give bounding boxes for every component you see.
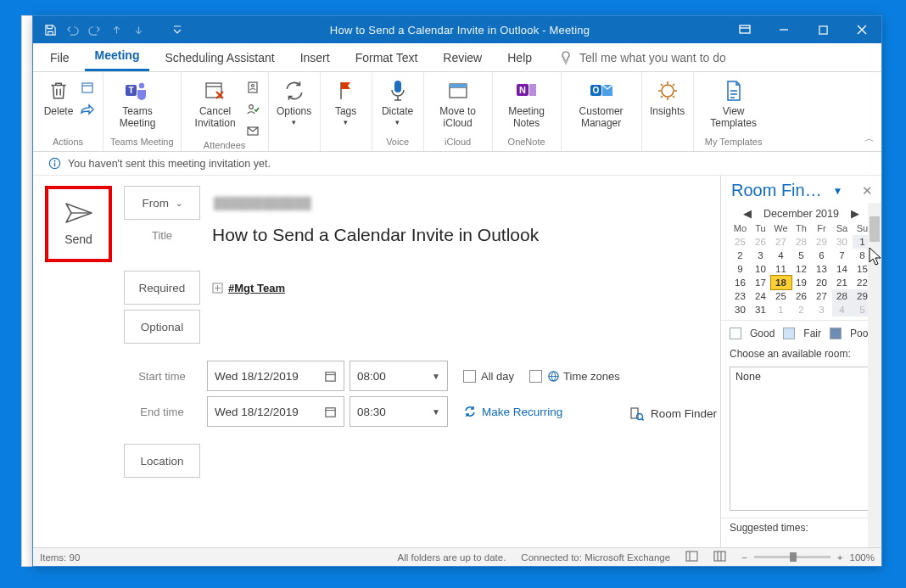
calendar-day[interactable]: 5	[791, 249, 812, 262]
pane-menu-icon[interactable]: ▼	[832, 185, 842, 197]
location-button[interactable]: Location	[124, 444, 200, 478]
tab-file[interactable]: File	[40, 46, 80, 71]
tab-meeting[interactable]: Meeting	[85, 43, 150, 71]
down-arrow-icon[interactable]	[131, 23, 145, 36]
required-value[interactable]: #Mgt Team	[228, 282, 285, 294]
expand-group-icon[interactable]	[212, 283, 223, 294]
calendar-day[interactable]: 2	[730, 249, 751, 262]
calendar-day[interactable]: 29	[812, 235, 832, 249]
mini-calendar[interactable]: MoTuWeThFrSaSu25262728293012345678910111…	[730, 221, 873, 316]
calendar-day[interactable]: 30	[832, 235, 853, 249]
undo-icon[interactable]	[65, 23, 79, 36]
available-rooms-list[interactable]: None	[730, 367, 873, 511]
calendar-day[interactable]: 4	[771, 249, 791, 262]
all-day-checkbox[interactable]: All day	[463, 370, 514, 383]
calendar-day[interactable]: 27	[771, 235, 791, 249]
qat-customize-icon[interactable]	[171, 23, 184, 36]
calendar-day[interactable]: 13	[812, 262, 832, 276]
zoom-in-icon[interactable]: +	[837, 552, 843, 563]
calendar-picker-icon[interactable]	[324, 406, 337, 418]
tell-me-search[interactable]: Tell me what you want to do	[547, 46, 736, 71]
optional-button[interactable]: Optional	[124, 310, 200, 344]
calendar-day[interactable]: 21	[832, 276, 853, 289]
time-zones-checkbox[interactable]: Time zones	[529, 370, 620, 383]
zoom-out-icon[interactable]: −	[741, 552, 747, 563]
response-options-mini-icon[interactable]	[244, 123, 261, 140]
calendar-day[interactable]: 19	[791, 276, 812, 289]
customer-manager-button[interactable]: O Customer Manager	[568, 76, 635, 132]
save-icon[interactable]	[43, 23, 57, 36]
delete-button[interactable]: Delete	[40, 76, 77, 120]
ribbon-display-options-button[interactable]	[725, 16, 764, 43]
calendar-day[interactable]: 27	[812, 289, 832, 303]
calendar-day[interactable]: 30	[730, 303, 751, 316]
calendar-day[interactable]: 4	[832, 303, 853, 316]
tab-format-text[interactable]: Format Text	[345, 46, 428, 71]
calendar-day[interactable]: 31	[751, 303, 771, 316]
tab-scheduling-assistant[interactable]: Scheduling Assistant	[154, 46, 284, 71]
calendar-day[interactable]: 1	[771, 303, 791, 316]
calendar-picker-icon[interactable]	[324, 370, 337, 383]
address-book-mini-icon[interactable]	[244, 79, 261, 96]
view-reading-icon[interactable]	[713, 551, 726, 563]
calendar-day[interactable]: 7	[832, 249, 853, 262]
up-arrow-icon[interactable]	[109, 23, 123, 36]
title-input[interactable]: How to Send a Calendar Invite in Outlook	[207, 225, 539, 245]
redo-icon[interactable]	[87, 23, 101, 36]
required-button[interactable]: Required	[124, 271, 200, 305]
collapse-ribbon-icon[interactable]: ︿	[864, 132, 875, 146]
options-button[interactable]: Options▾	[276, 76, 313, 128]
tags-button[interactable]: Tags▾	[327, 76, 365, 128]
start-date-input[interactable]: Wed 18/12/2019	[207, 361, 344, 391]
calendar-day[interactable]: 28	[791, 235, 812, 249]
minimize-button[interactable]	[764, 16, 803, 43]
calendar-day[interactable]: 9	[730, 262, 751, 276]
make-recurring-link[interactable]: Make Recurring	[463, 405, 562, 418]
maximize-button[interactable]	[803, 16, 842, 43]
chevron-down-icon[interactable]: ▼	[432, 407, 440, 417]
chevron-down-icon[interactable]: ▼	[432, 372, 440, 381]
forward-mini-icon[interactable]	[79, 101, 96, 118]
calendar-day[interactable]: 26	[751, 235, 771, 249]
cancel-invitation-button[interactable]: Cancel Invitation	[188, 76, 243, 132]
meeting-notes-button[interactable]: N Meeting Notes	[500, 76, 554, 132]
room-finder-toggle[interactable]: Room Finder	[629, 406, 717, 421]
calendar-mini-icon[interactable]	[79, 79, 96, 96]
calendar-day[interactable]: 3	[812, 303, 832, 316]
calendar-day[interactable]: 24	[751, 289, 771, 303]
calendar-day[interactable]: 23	[730, 289, 751, 303]
calendar-day[interactable]: 11	[771, 262, 791, 276]
move-to-icloud-button[interactable]: Move to iCloud	[431, 76, 485, 132]
close-button[interactable]	[842, 16, 881, 43]
view-templates-button[interactable]: View Templates	[701, 76, 767, 132]
calendar-day[interactable]: 16	[730, 276, 751, 289]
view-normal-icon[interactable]	[685, 551, 698, 563]
calendar-day[interactable]: 20	[812, 276, 832, 289]
end-date-input[interactable]: Wed 18/12/2019	[207, 396, 344, 427]
calendar-day[interactable]: 18	[771, 276, 791, 289]
calendar-day[interactable]: 14	[832, 262, 853, 276]
calendar-day[interactable]: 25	[730, 235, 751, 249]
teams-meeting-button[interactable]: T Teams Meeting	[110, 76, 165, 132]
from-button[interactable]: From ⌄	[124, 186, 200, 220]
zoom-slider[interactable]: − + 100%	[741, 552, 875, 563]
tab-help[interactable]: Help	[497, 46, 542, 71]
start-time-input[interactable]: 08:00 ▼	[350, 361, 448, 391]
calendar-day[interactable]: 3	[751, 249, 771, 262]
next-month-icon[interactable]: ▶	[851, 207, 859, 220]
check-names-mini-icon[interactable]	[244, 101, 261, 118]
calendar-day[interactable]: 26	[791, 289, 812, 303]
calendar-day[interactable]: 25	[771, 289, 791, 303]
tab-review[interactable]: Review	[433, 46, 492, 71]
send-button[interactable]: Send	[45, 186, 112, 262]
calendar-day[interactable]: 17	[751, 276, 771, 289]
required-field[interactable]: #Mgt Team	[207, 282, 285, 294]
prev-month-icon[interactable]: ◀	[743, 207, 752, 220]
pane-close-icon[interactable]: ✕	[862, 183, 873, 199]
dictate-button[interactable]: Dictate▾	[379, 76, 417, 128]
calendar-day[interactable]: 2	[791, 303, 812, 316]
end-time-input[interactable]: 08:30 ▼	[350, 396, 448, 427]
calendar-day[interactable]: 12	[791, 262, 812, 276]
calendar-day[interactable]: 10	[751, 262, 771, 276]
calendar-day[interactable]: 28	[832, 289, 853, 303]
